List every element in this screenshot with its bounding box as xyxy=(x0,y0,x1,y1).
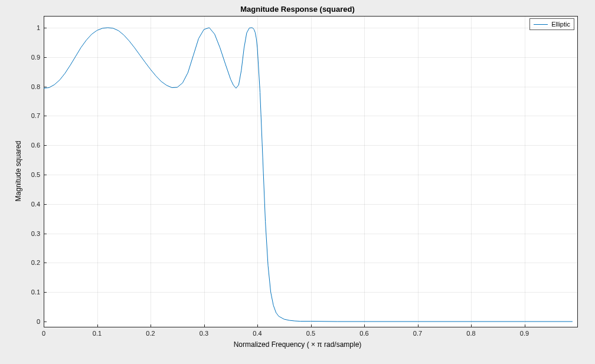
y-tick xyxy=(44,322,47,322)
y-tick-label: 0.5 xyxy=(28,171,40,178)
x-tick-label: 0.1 xyxy=(93,330,102,337)
y-tick xyxy=(44,87,47,87)
y-axis-label: Magnitude squared xyxy=(14,136,22,206)
gridline-vertical xyxy=(311,16,312,327)
x-tick-label: 0.9 xyxy=(520,330,529,337)
gridline-horizontal xyxy=(44,234,578,234)
gridline-vertical xyxy=(151,16,151,327)
y-tick xyxy=(44,292,47,293)
y-tick-label: 0.2 xyxy=(28,259,40,266)
gridline-horizontal xyxy=(44,175,578,175)
gridline-vertical xyxy=(525,16,525,327)
y-tick xyxy=(44,145,47,146)
gridline-vertical xyxy=(204,16,205,327)
x-tick xyxy=(204,324,205,327)
y-tick xyxy=(44,116,47,116)
gridline-vertical xyxy=(97,16,98,327)
gridline-horizontal xyxy=(44,87,578,87)
chart-title: Magnitude Response (squared) xyxy=(0,5,595,14)
legend[interactable]: Elliptic xyxy=(529,18,574,30)
y-tick-label: 0.3 xyxy=(28,230,40,237)
gridline-horizontal xyxy=(44,28,578,28)
y-tick-label: 0.1 xyxy=(28,288,40,296)
gridline-vertical xyxy=(257,16,258,327)
x-tick xyxy=(44,324,44,327)
gridline-horizontal xyxy=(44,204,578,205)
y-tick-label: 1 xyxy=(28,24,40,31)
gridline-vertical xyxy=(364,16,365,327)
x-tick-label: 0.5 xyxy=(306,330,315,337)
legend-swatch-icon xyxy=(534,24,548,25)
x-tick xyxy=(257,324,258,327)
gridline-vertical xyxy=(471,16,472,327)
x-tick-label: 0.8 xyxy=(466,330,475,337)
y-tick-label: 0.8 xyxy=(28,83,40,90)
y-tick-label: 0.6 xyxy=(28,142,40,149)
y-tick-label: 0.7 xyxy=(28,112,40,119)
x-tick xyxy=(471,324,472,327)
y-tick-label: 0 xyxy=(28,318,40,325)
x-tick-label: 0.2 xyxy=(146,330,155,337)
y-tick xyxy=(44,263,47,263)
x-axis-label: Normalized Frequency ( × π rad/sample) xyxy=(0,340,595,349)
y-tick-label: 0.4 xyxy=(28,201,40,208)
y-tick xyxy=(44,234,47,234)
x-tick-label: 0.4 xyxy=(253,330,261,337)
legend-entry: Elliptic xyxy=(534,21,570,28)
x-tick xyxy=(151,324,151,327)
gridline-horizontal xyxy=(44,145,578,146)
figure-window: Magnitude Response (squared) Magnitude s… xyxy=(0,0,595,364)
gridline-horizontal xyxy=(44,57,578,58)
gridline-horizontal xyxy=(44,292,578,293)
x-tick xyxy=(311,324,312,327)
y-tick xyxy=(44,175,47,175)
x-tick-label: 0 xyxy=(42,330,45,337)
x-tick xyxy=(525,324,525,327)
y-tick-label: 0.9 xyxy=(28,54,40,61)
x-tick xyxy=(364,324,365,327)
x-tick xyxy=(418,324,419,327)
x-tick-label: 0.7 xyxy=(413,330,422,337)
x-tick-label: 0.3 xyxy=(200,330,208,337)
y-tick xyxy=(44,57,47,58)
x-tick xyxy=(97,324,98,327)
legend-label: Elliptic xyxy=(551,21,570,28)
y-tick xyxy=(44,204,47,205)
x-tick-label: 0.6 xyxy=(359,330,368,337)
gridline-horizontal xyxy=(44,116,578,116)
y-tick xyxy=(44,28,47,28)
gridline-vertical xyxy=(418,16,419,327)
gridline-horizontal xyxy=(44,263,578,263)
